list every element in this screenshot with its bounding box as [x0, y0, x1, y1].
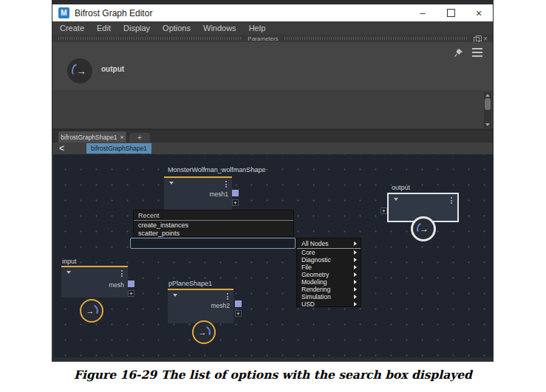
menu-bar: Create Edit Display Options Windows Help	[52, 21, 493, 35]
node-monster[interactable]: mesh1	[164, 176, 232, 210]
scroll-down-icon[interactable]	[485, 123, 490, 126]
submenu-arrow-icon	[354, 302, 357, 306]
submenu-arrow-icon	[354, 280, 357, 284]
node-title-input: input	[62, 258, 77, 265]
node-input[interactable]: mesh	[61, 266, 128, 298]
output-port-icon[interactable]: →	[67, 58, 92, 83]
close-tab-icon[interactable]: ×	[120, 134, 123, 141]
dock-grip[interactable]	[58, 37, 242, 40]
port-label: mesh	[109, 281, 124, 289]
add-port-button[interactable]: +	[235, 310, 242, 317]
parameters-dock-header[interactable]: Parameters ×	[52, 35, 493, 42]
menu-item-core[interactable]: Core	[297, 249, 361, 256]
float-panel-icon[interactable]	[474, 35, 480, 42]
menu-help[interactable]: Help	[249, 24, 266, 32]
figure-caption: Figure 16-29The list of options with the…	[0, 368, 546, 382]
node-options-icon[interactable]	[227, 293, 228, 300]
collapse-icon[interactable]	[394, 198, 398, 201]
collapse-icon[interactable]	[173, 294, 177, 297]
figure-caption-text: The list of options with the search box …	[161, 368, 472, 382]
graph-tab-bar: bifrostGraphShape1 × +	[52, 131, 493, 142]
back-button[interactable]: <	[59, 143, 64, 154]
panel-menu-icon[interactable]	[472, 48, 482, 57]
tab-label: bifrostGraphShape1	[61, 134, 117, 141]
menu-item-usd[interactable]: USD	[297, 300, 361, 308]
minimize-button[interactable]: –	[409, 4, 437, 21]
node-title-pplane: pPlaneShape1	[168, 280, 212, 287]
menu-item-diagnostic[interactable]: Diagnostic	[297, 256, 361, 264]
maximize-button[interactable]	[437, 4, 465, 21]
recent-popup: Recent create_instances scatter_points	[133, 210, 294, 237]
node-options-icon[interactable]	[451, 197, 452, 204]
node-options-icon[interactable]	[121, 270, 123, 277]
port-label: mesh2	[211, 302, 230, 309]
close-button[interactable]: ×	[465, 4, 493, 21]
node-output-icon[interactable]: →	[192, 320, 216, 344]
breadcrumb-current[interactable]: bifrostGraphShape1	[86, 143, 151, 154]
node-title-output: output	[392, 184, 410, 191]
menu-options[interactable]: Options	[163, 24, 191, 32]
node-graph-canvas[interactable]: MonsterWolfman_wolfmanShape → mesh1 + ou…	[53, 154, 493, 357]
bifrost-logo-icon: M	[58, 7, 69, 18]
node-output-icon[interactable]: →	[411, 216, 436, 241]
port-square-mesh1[interactable]	[232, 190, 239, 196]
menu-display[interactable]: Display	[123, 24, 150, 32]
recent-item-scatter-points[interactable]: scatter_points	[134, 229, 293, 237]
collapse-icon[interactable]	[66, 271, 71, 274]
menu-edit[interactable]: Edit	[97, 24, 111, 32]
close-panel-icon[interactable]: ×	[483, 35, 490, 42]
figure-caption-label: Figure 16-29	[74, 368, 157, 382]
node-search-input[interactable]	[130, 238, 296, 249]
parameters-header-label: Parameters	[248, 35, 278, 42]
submenu-arrow-icon	[354, 287, 357, 292]
add-port-button[interactable]: +	[381, 207, 387, 214]
add-tab-button[interactable]: +	[129, 133, 150, 142]
node-title-monster: MonsterWolfman_wolfmanShape	[168, 166, 265, 173]
breadcrumb: < bifrostGraphShape1	[52, 142, 493, 154]
dock-grip[interactable]	[284, 37, 468, 40]
recent-header: Recent	[134, 210, 293, 221]
menu-item-modeling[interactable]: Modeling	[297, 278, 361, 286]
window-title: Bifrost Graph Editor	[75, 8, 152, 18]
maximize-icon	[447, 9, 455, 17]
bifrost-graph-editor-window: M Bifrost Graph Editor – × Create Edit D…	[52, 0, 494, 362]
title-bar[interactable]: M Bifrost Graph Editor – ×	[52, 4, 493, 21]
menu-item-rendering[interactable]: Rendering	[297, 286, 361, 293]
submenu-arrow-icon	[354, 295, 357, 299]
port-label: mesh1	[209, 190, 228, 198]
menu-create[interactable]: Create	[60, 24, 84, 32]
submenu-arrow-icon	[354, 250, 357, 255]
port-square-mesh[interactable]	[128, 281, 134, 287]
menu-windows[interactable]: Windows	[203, 24, 236, 32]
menu-item-all-nodes[interactable]: All Nodes	[297, 238, 361, 249]
recent-item-create-instances[interactable]: create_instances	[134, 221, 293, 229]
node-output-icon[interactable]: →	[80, 299, 103, 323]
window-bottom-strip	[52, 357, 493, 362]
parameters-attributes-area	[52, 92, 493, 128]
parameters-panel: → output	[52, 42, 493, 92]
add-port-button[interactable]: +	[232, 199, 239, 206]
submenu-arrow-icon	[354, 265, 357, 269]
add-port-button[interactable]: +	[128, 290, 134, 297]
tab-bifrostgraphshape1[interactable]: bifrostGraphShape1 ×	[58, 131, 126, 142]
scrollbar[interactable]	[484, 92, 491, 128]
pin-icon[interactable]	[454, 48, 463, 58]
menu-item-simulation[interactable]: Simulation	[297, 293, 361, 300]
menu-item-geometry[interactable]: Geometry	[297, 271, 361, 278]
scrollbar-thumb[interactable]	[485, 98, 491, 110]
submenu-arrow-icon	[354, 258, 357, 262]
port-square-mesh2[interactable]	[235, 300, 242, 307]
node-options-icon[interactable]	[225, 181, 227, 188]
submenu-arrow-icon	[354, 272, 357, 277]
collapse-icon[interactable]	[169, 182, 174, 185]
submenu-arrow-icon	[354, 241, 357, 246]
node-category-menu: All Nodes Core Diagnostic File Geometry …	[296, 238, 361, 307]
menu-item-file[interactable]: File	[297, 264, 361, 271]
parameters-output-label: output	[101, 65, 124, 73]
scroll-up-icon[interactable]	[485, 94, 490, 97]
node-pplane[interactable]: mesh2	[168, 289, 233, 323]
